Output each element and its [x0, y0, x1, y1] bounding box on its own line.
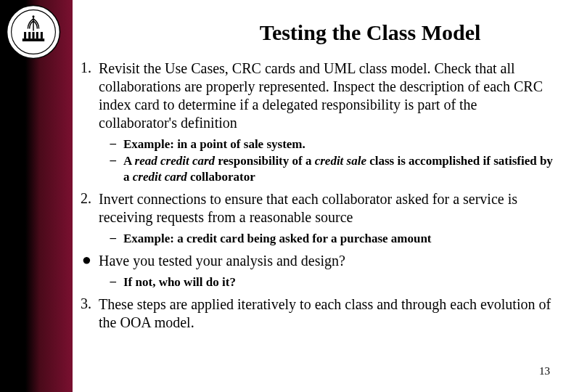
svg-rect-7 — [41, 32, 43, 38]
svg-point-8 — [32, 15, 34, 17]
sub-marker: – — [99, 274, 123, 289]
sub-item: – Example: a credit card being asked for… — [99, 231, 554, 246]
svg-rect-2 — [22, 38, 44, 41]
text-run: A — [123, 154, 135, 168]
item-text: These steps are applied iteratively to e… — [99, 295, 554, 332]
sidebar-decor — [0, 0, 73, 392]
slide-title: Testing the Class Model — [181, 20, 559, 45]
text-run: collaborator — [187, 170, 255, 184]
university-logo — [6, 4, 61, 60]
sub-marker: – — [99, 231, 123, 245]
sub-marker: – — [99, 136, 123, 151]
item-marker: 1. — [73, 60, 99, 76]
sub-text: If not, who will do it? — [123, 274, 554, 290]
text-run: responsibility of a — [215, 154, 315, 168]
bullet-marker: ● — [73, 252, 99, 268]
sub-text: A read credit card responsibility of a c… — [123, 153, 554, 184]
sub-item: – Example: in a point of sale system. — [99, 136, 554, 152]
page-number: 13 — [539, 365, 550, 377]
sub-item: – A read credit card responsibility of a… — [99, 153, 554, 184]
list-item: ● Have you tested your analysis and desi… — [73, 252, 554, 270]
item-text: Have you tested your analysis and design… — [99, 252, 554, 270]
slide-content: Testing the Class Model 1. Revisit the U… — [73, 0, 566, 392]
list-item: 1. Revisit the Use Cases, CRC cards and … — [73, 60, 554, 132]
sub-text: Example: in a point of sale system. — [123, 136, 554, 152]
sub-list: – If not, who will do it? — [73, 274, 554, 290]
sub-marker: – — [99, 153, 123, 168]
italic-run: credit sale — [315, 154, 366, 168]
sub-list: – Example: a credit card being asked for… — [73, 231, 554, 246]
svg-rect-5 — [32, 32, 34, 38]
italic-run: credit card — [133, 170, 187, 184]
sub-item: – If not, who will do it? — [99, 274, 554, 290]
svg-rect-4 — [28, 32, 30, 38]
item-text: Invert connections to ensure that each c… — [99, 190, 554, 226]
item-marker: 2. — [73, 190, 99, 207]
item-marker: 3. — [73, 295, 99, 312]
main-list: 1. Revisit the Use Cases, CRC cards and … — [73, 60, 566, 332]
svg-rect-3 — [24, 32, 26, 38]
list-item: 2. Invert connections to ensure that eac… — [73, 190, 554, 226]
svg-rect-6 — [36, 32, 38, 38]
sub-list: – Example: in a point of sale system. – … — [73, 136, 554, 184]
sub-text: Example: a credit card being asked for a… — [123, 231, 554, 246]
item-text: Revisit the Use Cases, CRC cards and UML… — [99, 60, 554, 132]
list-item: 3. These steps are applied iteratively t… — [73, 295, 554, 332]
italic-run: read credit card — [135, 154, 215, 168]
